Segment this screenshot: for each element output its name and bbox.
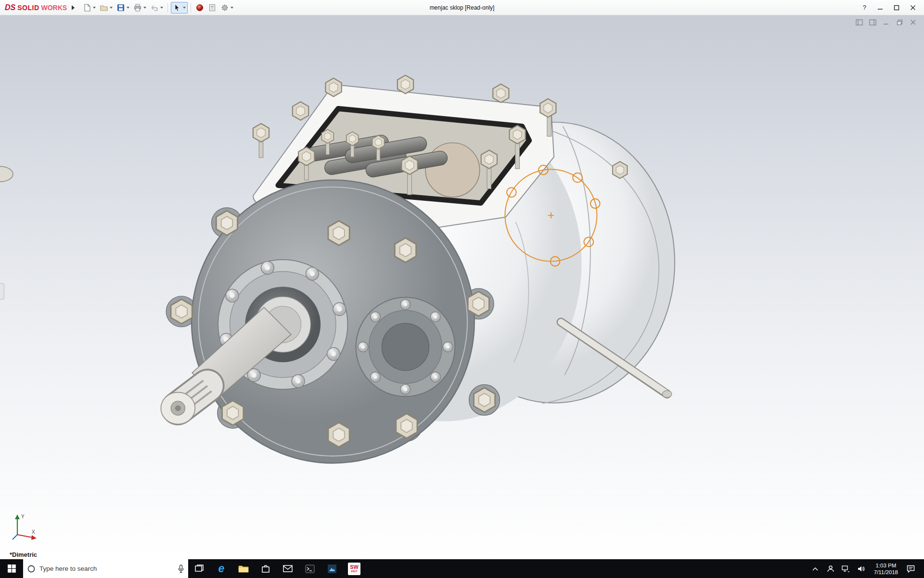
clock-time: 1:03 PM xyxy=(874,562,898,569)
pane-left-icon xyxy=(856,19,863,26)
file-explorer-icon xyxy=(238,565,249,573)
appearance-button[interactable] xyxy=(194,2,205,13)
toolbar-separator xyxy=(167,3,168,13)
help-button[interactable]: ? xyxy=(858,4,871,11)
mail-button[interactable] xyxy=(277,559,299,578)
print-button[interactable] xyxy=(132,2,148,13)
photos-icon xyxy=(327,564,337,574)
doc-restore-button[interactable] xyxy=(895,18,904,26)
start-button[interactable] xyxy=(0,559,23,578)
command-prompt-icon xyxy=(305,565,315,573)
store-icon xyxy=(261,564,270,573)
menu-expand-arrow[interactable] xyxy=(70,3,77,12)
undo-button[interactable] xyxy=(149,2,165,13)
clock-date: 7/11/2018 xyxy=(874,569,898,576)
orientation-triad: Y X xyxy=(11,512,38,541)
internal-bore xyxy=(425,143,480,197)
boss xyxy=(0,166,13,182)
undo-caret-icon[interactable] xyxy=(160,7,163,9)
graphics-viewport[interactable]: Y X *Dimetric xyxy=(0,15,924,559)
cortana-search-icon xyxy=(27,565,36,573)
appearance-sphere-icon xyxy=(195,3,204,12)
windows-taskbar: e SW 2017 xyxy=(0,559,924,578)
photos-button[interactable] xyxy=(321,559,343,578)
new-document-icon xyxy=(83,3,91,12)
solidworks-wordmark: SOLID xyxy=(17,4,39,12)
save-icon xyxy=(116,3,125,12)
new-document-button[interactable] xyxy=(81,2,97,13)
tray-overflow-button[interactable] xyxy=(808,559,822,578)
select-cursor-icon xyxy=(173,3,181,12)
view-orientation-label: *Dimetric xyxy=(10,551,37,558)
new-document-caret-icon[interactable] xyxy=(93,7,96,9)
model-canvas[interactable] xyxy=(0,15,924,559)
people-icon xyxy=(827,565,834,573)
window-controls: ? xyxy=(858,2,920,13)
pane-left-toggle-button[interactable] xyxy=(855,18,863,26)
triad-y-label: Y xyxy=(21,514,25,519)
edge-button[interactable]: e xyxy=(210,559,232,578)
network-button[interactable] xyxy=(839,559,853,578)
solidworks-logo: DS SOLIDWORKS xyxy=(4,3,70,12)
chevron-up-icon xyxy=(812,567,818,571)
minimize-icon xyxy=(877,5,883,11)
close-button[interactable] xyxy=(906,2,920,13)
sw-badge-text: SW xyxy=(350,565,359,570)
edge-icon: e xyxy=(218,562,225,575)
print-icon xyxy=(133,3,142,12)
save-button[interactable] xyxy=(115,2,131,13)
taskbar-clock[interactable]: 1:03 PM 7/11/2018 xyxy=(870,562,902,576)
select-tool-button[interactable] xyxy=(171,2,188,13)
maximize-icon xyxy=(894,5,899,11)
solidworks-2017-icon: SW 2017 xyxy=(348,563,360,575)
doc-close-icon xyxy=(910,19,916,26)
document-window-controls xyxy=(855,18,917,26)
print-caret-icon[interactable] xyxy=(143,7,146,9)
search-input[interactable] xyxy=(39,565,174,572)
open-button[interactable] xyxy=(98,2,114,13)
maximize-button[interactable] xyxy=(889,2,904,13)
file-explorer-button[interactable] xyxy=(232,559,255,578)
task-view-button[interactable] xyxy=(188,559,210,578)
open-folder-icon xyxy=(100,3,108,12)
store-button[interactable] xyxy=(255,559,277,578)
expand-triangle-icon xyxy=(72,5,75,10)
windows-logo-icon xyxy=(8,565,16,573)
minimize-button[interactable] xyxy=(873,2,887,13)
titlebar: DS SOLIDWORKS xyxy=(0,0,924,15)
solidworks-wordmark-2: WORKS xyxy=(41,4,67,12)
pane-right-icon xyxy=(869,19,876,26)
volume-button[interactable] xyxy=(855,559,868,578)
pane-right-toggle-button[interactable] xyxy=(868,18,877,26)
options-button[interactable] xyxy=(219,2,235,13)
report-button[interactable] xyxy=(206,2,218,13)
secondary-cover xyxy=(356,297,455,396)
solidworks-taskbar-button[interactable]: SW 2017 xyxy=(343,559,365,578)
mail-icon xyxy=(283,565,293,572)
taskbar-search[interactable] xyxy=(23,559,188,578)
system-tray: 1:03 PM 7/11/2018 xyxy=(808,559,924,578)
dassault-ds-mark: DS xyxy=(5,3,15,12)
doc-close-button[interactable] xyxy=(909,18,917,26)
open-caret-icon[interactable] xyxy=(110,7,113,9)
network-icon xyxy=(842,565,850,572)
task-view-icon xyxy=(194,564,204,574)
options-caret-icon[interactable] xyxy=(231,7,233,9)
command-prompt-button[interactable] xyxy=(299,559,321,578)
doc-restore-icon xyxy=(897,19,903,26)
save-caret-icon[interactable] xyxy=(127,7,129,9)
sw-badge-year: 2017 xyxy=(351,570,357,573)
options-gear-icon xyxy=(220,3,229,12)
doc-minimize-icon xyxy=(883,19,889,26)
volume-icon xyxy=(858,565,865,572)
design-report-icon xyxy=(208,3,217,12)
close-icon xyxy=(910,5,916,11)
doc-minimize-button[interactable] xyxy=(882,18,890,26)
quick-toolbar xyxy=(81,2,235,13)
action-center-button[interactable] xyxy=(904,559,917,578)
action-center-icon xyxy=(907,565,915,573)
select-caret-icon[interactable] xyxy=(183,7,186,9)
microphone-icon[interactable] xyxy=(178,565,184,573)
people-button[interactable] xyxy=(824,559,837,578)
triad-x-label: X xyxy=(32,529,35,535)
